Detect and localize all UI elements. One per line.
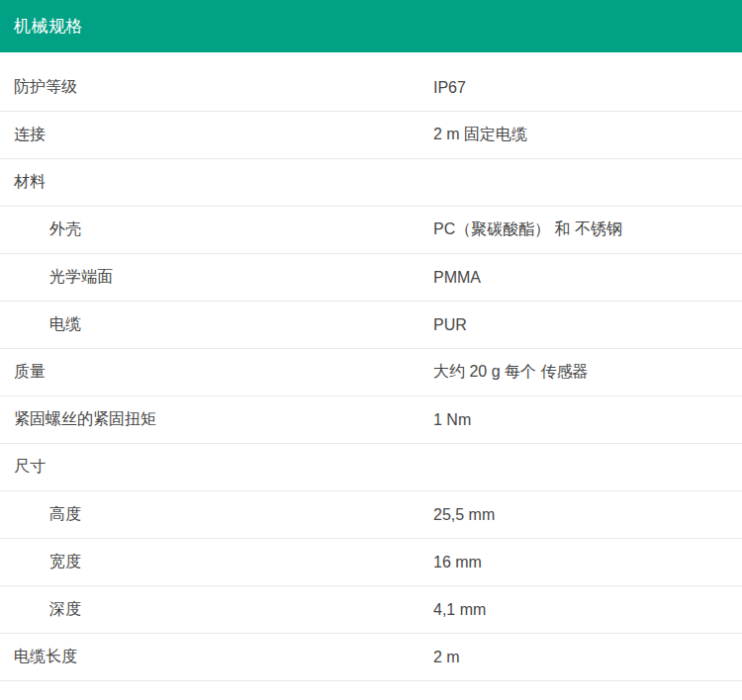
spec-label: 深度: [0, 599, 433, 620]
spec-group-row: 材料: [0, 159, 742, 207]
spec-row: 防护等级 IP67: [0, 64, 742, 112]
spec-value: 2 m: [433, 649, 742, 666]
spec-label: 尺寸: [0, 457, 433, 478]
spec-label: 电缆: [0, 314, 433, 335]
spec-row: 光学端面 PMMA: [0, 254, 742, 302]
spec-row: 电缆 PUR: [0, 302, 742, 349]
spec-label: 防护等级: [0, 77, 433, 98]
spec-label: 宽度: [0, 552, 433, 572]
spec-label: 材料: [0, 172, 433, 193]
section-header-mechanical-specs: 机械规格: [0, 0, 742, 52]
spec-value: 1 Nm: [433, 411, 742, 429]
spec-value: 4,1 mm: [433, 601, 742, 619]
spec-label: 质量: [0, 362, 433, 383]
spec-row: 质量 大约 20 g 每个 传感器: [0, 349, 742, 396]
spec-label: 紧固螺丝的紧固扭矩: [0, 409, 433, 430]
spec-value: PUR: [433, 316, 742, 334]
spec-label: 高度: [0, 504, 433, 525]
spec-value: 大约 20 g 每个 传感器: [433, 362, 742, 383]
spec-label: 连接: [0, 125, 433, 145]
spec-value: PMMA: [433, 269, 742, 287]
spec-group-row: 尺寸: [0, 444, 742, 491]
spec-row: 宽度 16 mm: [0, 539, 742, 586]
spec-label: 外壳: [0, 219, 433, 240]
spec-row: 深度 4,1 mm: [0, 586, 742, 634]
section-title: 机械规格: [14, 15, 83, 38]
spec-value: 2 m 固定电缆: [433, 125, 742, 145]
spec-value: 25,5 mm: [433, 506, 742, 524]
spec-value: IP67: [433, 79, 742, 97]
spec-row: 高度 25,5 mm: [0, 491, 742, 539]
spec-label: 电缆长度: [0, 647, 433, 667]
spec-label: 光学端面: [0, 267, 433, 288]
spec-row: 连接 2 m 固定电缆: [0, 112, 742, 159]
spec-table: 防护等级 IP67 连接 2 m 固定电缆 材料 外壳 PC（聚碳酸酯） 和 不…: [0, 64, 742, 681]
spec-row: 紧固螺丝的紧固扭矩 1 Nm: [0, 396, 742, 444]
spec-value: 16 mm: [433, 554, 742, 571]
spec-row: 外壳 PC（聚碳酸酯） 和 不锈钢: [0, 207, 742, 254]
spec-value: PC（聚碳酸酯） 和 不锈钢: [433, 219, 742, 240]
spec-row: 电缆长度 2 m: [0, 634, 742, 681]
